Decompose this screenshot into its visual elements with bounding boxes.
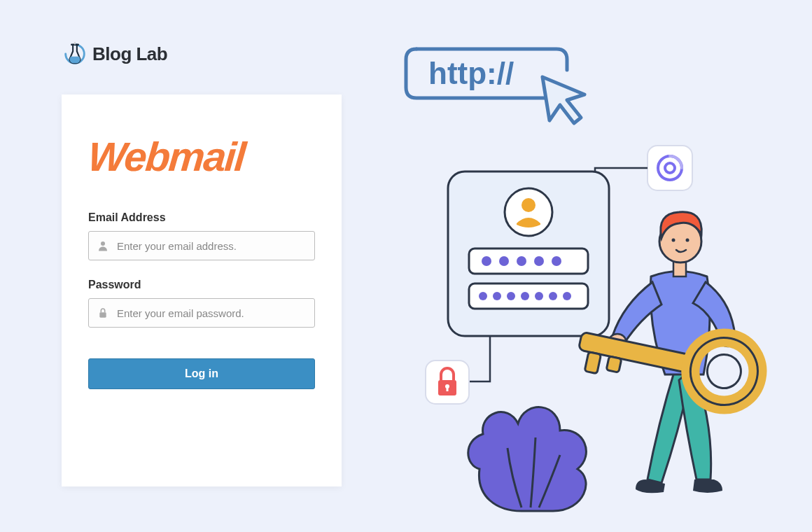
webmail-logo: Webmail (86, 133, 317, 180)
svg-rect-38 (606, 356, 622, 372)
svg-point-17 (493, 292, 501, 300)
svg-point-13 (534, 256, 544, 266)
illustration: http:// (378, 28, 798, 518)
svg-rect-2 (99, 312, 106, 317)
svg-point-10 (482, 256, 491, 266)
svg-point-31 (672, 239, 676, 242)
svg-point-32 (686, 239, 690, 242)
svg-point-18 (507, 292, 515, 300)
password-input-wrap[interactable] (88, 298, 315, 328)
login-button[interactable]: Log in (88, 358, 315, 389)
svg-point-1 (101, 241, 105, 246)
svg-point-20 (535, 292, 543, 300)
email-group: Email Address (88, 211, 315, 260)
svg-point-22 (563, 292, 571, 300)
brand-logo: Blog Lab (62, 41, 167, 67)
cursor-icon (542, 77, 584, 123)
svg-rect-26 (447, 387, 449, 391)
login-illustration-box (448, 172, 609, 336)
url-text: http:// (428, 56, 514, 90)
password-input[interactable] (117, 299, 314, 327)
password-label: Password (88, 279, 315, 291)
flask-icon (62, 41, 88, 67)
svg-point-11 (499, 256, 509, 266)
svg-point-14 (552, 256, 561, 266)
svg-point-34 (684, 332, 764, 412)
svg-rect-3 (648, 146, 692, 190)
padlock-badge-icon (426, 360, 469, 404)
svg-point-21 (549, 292, 557, 300)
svg-point-19 (521, 292, 529, 300)
email-label: Email Address (88, 211, 315, 224)
email-input-wrap[interactable] (88, 231, 315, 260)
svg-point-16 (479, 292, 487, 300)
password-group: Password (88, 279, 315, 328)
login-card: Webmail Email Address Password Lo (62, 94, 342, 486)
plant-icon (468, 407, 587, 511)
email-input[interactable] (117, 232, 314, 260)
brand-name: Blog Lab (92, 43, 167, 65)
user-icon (89, 239, 117, 252)
svg-point-12 (517, 256, 526, 266)
lock-icon (89, 307, 117, 319)
swirl-badge-icon (648, 146, 692, 190)
svg-point-8 (522, 198, 536, 212)
svg-rect-37 (584, 352, 601, 374)
svg-point-36 (704, 351, 744, 391)
